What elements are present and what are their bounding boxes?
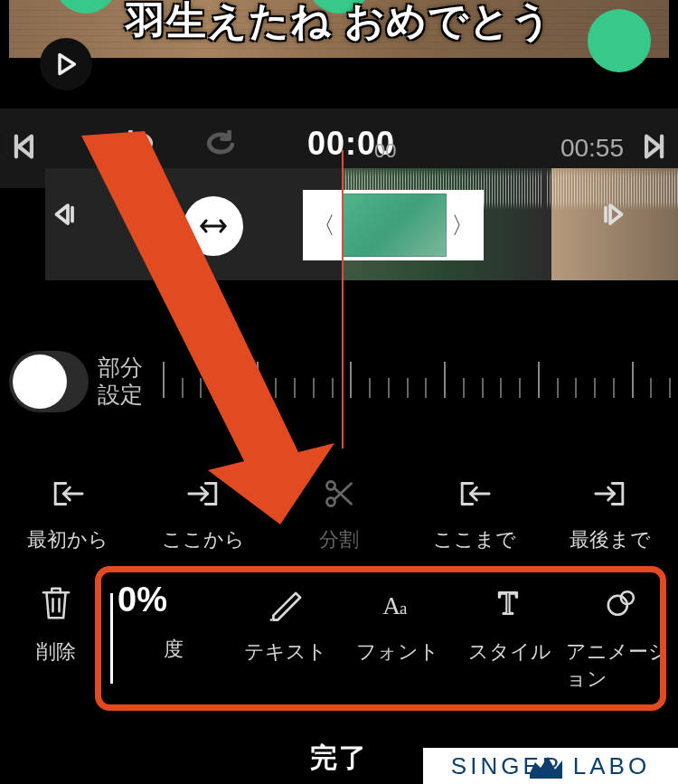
- ruler-tick: [500, 378, 502, 398]
- ruler-tick: [388, 378, 390, 398]
- trim-actions: 最初から ここから 分割 ここまで 最後まで: [0, 470, 678, 570]
- ruler-tick: [575, 378, 577, 398]
- undo-icon: [121, 130, 157, 159]
- ruler-tick: [219, 378, 221, 398]
- svg-point-5: [608, 596, 627, 615]
- timeline[interactable]: 〈 〉: [45, 168, 633, 280]
- delete-label: 削除: [36, 638, 76, 666]
- ruler-tick: [369, 378, 371, 398]
- frame-forward-icon: [601, 199, 628, 230]
- ruler-tick: [444, 362, 446, 398]
- animation-icon: [603, 584, 641, 622]
- trim-to-end-label: 最後まで: [570, 526, 651, 553]
- ruler-tick: [257, 362, 259, 398]
- play-button[interactable]: [40, 38, 92, 90]
- caption-text[interactable]: 羽生えたね おめでとう: [9, 0, 669, 48]
- ruler-tick: [613, 378, 615, 398]
- trim-from-here-icon: [183, 477, 224, 510]
- scissors-icon: [318, 477, 360, 510]
- trim-to-here-button[interactable]: ここまで: [407, 470, 542, 570]
- trim-left-handle[interactable]: 〈: [303, 210, 344, 241]
- trim-to-end-icon: [589, 477, 631, 510]
- partial-settings-row: 部分設定: [9, 351, 669, 414]
- svg-text:T: T: [498, 586, 517, 621]
- redo-button[interactable]: [202, 130, 239, 163]
- ruler-tick: [182, 378, 184, 398]
- tools-clip-divider: [110, 593, 113, 684]
- skip-end-icon: [640, 130, 671, 163]
- trim-right-handle[interactable]: 〉: [442, 210, 484, 241]
- play-icon: [53, 52, 79, 77]
- move-horizontal-icon: [198, 215, 229, 237]
- trim-to-here-label: ここまで: [433, 526, 516, 553]
- ruler-tick: [463, 378, 465, 398]
- video-preview: 羽生えたね おめでとう: [9, 0, 669, 58]
- opacity-value: 0%: [118, 584, 167, 619]
- duration: 00:55: [560, 134, 624, 163]
- delete-button[interactable]: 削除: [0, 584, 112, 693]
- pencil-icon: [267, 584, 305, 622]
- playhead[interactable]: [342, 150, 344, 449]
- toggle-knob: [13, 354, 67, 409]
- svg-text:A: A: [382, 592, 400, 619]
- partial-toggle[interactable]: [9, 351, 89, 412]
- ruler-tick: [238, 378, 240, 398]
- text-tools-row: 削除 0% 度 テキスト A a フォント T スタイル アニメーション: [0, 584, 678, 693]
- watermark-logo-icon: [530, 753, 562, 779]
- ruler-tick: [425, 378, 427, 398]
- ruler-tick: [650, 378, 652, 398]
- frame-forward-button[interactable]: [601, 199, 628, 233]
- svg-text:a: a: [400, 599, 408, 618]
- undo-button[interactable]: [121, 130, 157, 163]
- trim-from-start-label: 最初から: [27, 526, 108, 553]
- partial-toggle-label: 部分設定: [98, 354, 143, 408]
- opacity-label: 度: [164, 636, 184, 663]
- ruler-tick: [350, 362, 352, 398]
- ruler-tick: [557, 378, 559, 398]
- skip-to-start-button[interactable]: [7, 130, 38, 166]
- style-label: スタイル: [468, 638, 551, 666]
- frame-back-button[interactable]: [50, 199, 77, 233]
- selected-clip-thumb: [342, 194, 447, 257]
- ruler-tick: [313, 378, 315, 398]
- ruler-tick: [275, 378, 277, 398]
- watermark: SINGER LABO: [423, 748, 678, 784]
- font-button[interactable]: A a フォント: [342, 584, 454, 693]
- font-label: フォント: [356, 638, 439, 666]
- animation-label: アニメーション: [566, 638, 678, 693]
- trim-to-here-icon: [454, 477, 495, 510]
- ruler-tick: [294, 378, 296, 398]
- animation-button[interactable]: アニメーション: [566, 584, 678, 693]
- text-edit-button[interactable]: テキスト: [230, 584, 342, 693]
- trim-to-end-button[interactable]: 最後まで: [542, 470, 678, 570]
- timeline-ruler[interactable]: [163, 351, 669, 414]
- current-time-frames: 00: [374, 139, 396, 163]
- trash-icon: [37, 584, 75, 622]
- text-style-icon: T: [491, 584, 529, 622]
- frame-back-icon: [50, 199, 77, 230]
- trim-from-here-button[interactable]: ここから: [136, 470, 271, 570]
- ruler-tick: [482, 378, 484, 398]
- trim-from-start-button[interactable]: 最初から: [0, 470, 136, 570]
- style-button[interactable]: T スタイル: [454, 584, 566, 693]
- trim-from-start-icon: [47, 477, 89, 510]
- ruler-tick: [519, 378, 521, 398]
- trim-from-here-label: ここから: [162, 526, 245, 553]
- skip-to-end-button[interactable]: [640, 130, 671, 166]
- font-icon: A a: [379, 584, 417, 622]
- ruler-tick: [594, 378, 596, 398]
- skip-start-icon: [7, 130, 38, 163]
- redo-icon: [202, 130, 239, 159]
- split-label: 分割: [319, 526, 359, 553]
- ruler-tick: [332, 378, 334, 398]
- clip-selection[interactable]: 〈 〉: [303, 190, 484, 260]
- ruler-tick: [632, 362, 634, 398]
- move-clip-handle[interactable]: [184, 196, 243, 256]
- ruler-tick: [407, 378, 409, 398]
- svg-marker-8: [530, 757, 562, 779]
- opacity-button[interactable]: 0% 度: [112, 584, 230, 693]
- split-button[interactable]: 分割: [271, 470, 407, 570]
- ruler-tick: [163, 362, 165, 398]
- ruler-tick: [200, 378, 202, 398]
- ruler-tick: [538, 362, 540, 398]
